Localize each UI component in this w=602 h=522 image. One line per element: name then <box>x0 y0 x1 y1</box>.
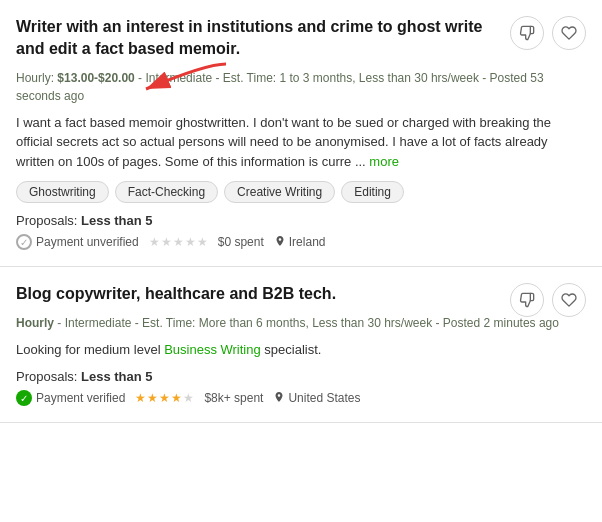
proposals-label-1: Proposals: <box>16 213 77 228</box>
stars-2: ★ ★ ★ ★ ★ <box>135 391 194 405</box>
action-buttons-1 <box>510 16 586 50</box>
location-pin-icon-2 <box>273 391 285 405</box>
payment-info-1: ✓ Payment unverified ★ ★ ★ ★ ★ $0 spent … <box>16 234 586 250</box>
thumbs-down-icon <box>519 25 535 41</box>
job-title-2[interactable]: Blog copywriter, healthcare and B2B tech… <box>16 283 586 305</box>
star-1: ★ <box>149 235 160 249</box>
job-meta-1: Hourly: $13.00-$20.00 - Intermediate - E… <box>16 69 586 105</box>
verified-icon: ✓ <box>16 390 32 406</box>
proposals-2: Proposals: Less than 5 <box>16 369 586 384</box>
spent-2: $8k+ spent <box>204 391 263 405</box>
business-writing-link[interactable]: Business Writing <box>164 342 261 357</box>
job-description-2: Looking for medium level Business Writin… <box>16 340 586 360</box>
proposals-value-1: Less than 5 <box>81 213 153 228</box>
star-2-5: ★ <box>183 391 194 405</box>
location-text-2: United States <box>288 391 360 405</box>
star-4: ★ <box>185 235 196 249</box>
description-text-2b: specialist. <box>261 342 322 357</box>
location-text-1: Ireland <box>289 235 326 249</box>
save-button-1[interactable] <box>552 16 586 50</box>
unverified-icon: ✓ <box>16 234 32 250</box>
tag-editing[interactable]: Editing <box>341 181 404 203</box>
description-text-2: Looking for medium level <box>16 342 164 357</box>
hourly-rate-1: $13.00-$20.00 <box>57 71 134 85</box>
job-card-2: Blog copywriter, healthcare and B2B tech… <box>0 267 602 423</box>
save-button-2[interactable] <box>552 283 586 317</box>
heart-icon-2 <box>561 292 577 308</box>
tags-1: Ghostwriting Fact-Checking Creative Writ… <box>16 181 586 203</box>
more-link-1[interactable]: more <box>369 154 399 169</box>
job-description-1: I want a fact based memoir ghostwritten.… <box>16 113 586 172</box>
stars-1: ★ ★ ★ ★ ★ <box>149 235 208 249</box>
star-5: ★ <box>197 235 208 249</box>
payment-label-1: Payment unverified <box>36 235 139 249</box>
job-meta-2: Hourly - Intermediate - Est. Time: More … <box>16 314 586 332</box>
dislike-button-1[interactable] <box>510 16 544 50</box>
star-2-4: ★ <box>171 391 182 405</box>
proposals-1: Proposals: Less than 5 <box>16 213 586 228</box>
hourly-label-1: Hourly: <box>16 71 54 85</box>
dislike-button-2[interactable] <box>510 283 544 317</box>
tag-fact-checking[interactable]: Fact-Checking <box>115 181 218 203</box>
heart-icon <box>561 25 577 41</box>
proposals-label-2: Proposals: <box>16 369 77 384</box>
tag-creative-writing[interactable]: Creative Writing <box>224 181 335 203</box>
tag-ghostwriting[interactable]: Ghostwriting <box>16 181 109 203</box>
star-2: ★ <box>161 235 172 249</box>
star-2-2: ★ <box>147 391 158 405</box>
payment-label-2: Payment verified <box>36 391 125 405</box>
payment-status-1: ✓ Payment unverified <box>16 234 139 250</box>
payment-status-2: ✓ Payment verified <box>16 390 125 406</box>
hourly-label-2: Hourly <box>16 316 54 330</box>
description-text-1: I want a fact based memoir ghostwritten.… <box>16 115 551 169</box>
payment-info-2: ✓ Payment verified ★ ★ ★ ★ ★ $8k+ spent … <box>16 390 586 406</box>
location-pin-icon-1 <box>274 235 286 249</box>
job-card-1: Writer with an interest in institutions … <box>0 0 602 267</box>
location-1: Ireland <box>274 235 326 249</box>
star-2-1: ★ <box>135 391 146 405</box>
job-title-1[interactable]: Writer with an interest in institutions … <box>16 16 586 61</box>
location-2: United States <box>273 391 360 405</box>
proposals-value-2: Less than 5 <box>81 369 153 384</box>
action-buttons-2 <box>510 283 586 317</box>
star-2-3: ★ <box>159 391 170 405</box>
thumbs-down-icon-2 <box>519 292 535 308</box>
meta-rest-2: - Intermediate - Est. Time: More than 6 … <box>57 316 559 330</box>
star-3: ★ <box>173 235 184 249</box>
spent-1: $0 spent <box>218 235 264 249</box>
